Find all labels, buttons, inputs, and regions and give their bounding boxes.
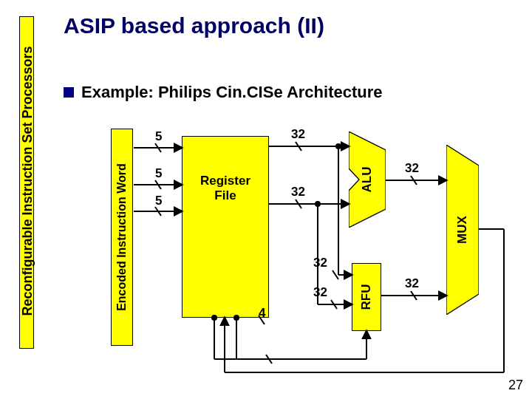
page-number: 27 (508, 378, 523, 393)
rf-out-bot-bits: 32 (291, 185, 305, 200)
wires (0, 0, 532, 399)
slide: Reconfigurable Instruction Set Processor… (0, 0, 532, 399)
rfu-ctrl-bits: 4 (259, 306, 265, 321)
addr-bits-a: 5 (155, 129, 162, 144)
rfu-out-bits: 32 (405, 276, 419, 291)
addr-bits-c: 5 (155, 194, 162, 208)
alu-out-bits: 32 (405, 161, 419, 176)
rfu-in-top-bits: 32 (313, 256, 327, 270)
svg-line-20 (332, 270, 338, 279)
rfu-in-bot-bits: 32 (313, 285, 327, 300)
rf-out-top-bits: 32 (291, 127, 305, 142)
addr-bits-b: 5 (155, 166, 162, 181)
